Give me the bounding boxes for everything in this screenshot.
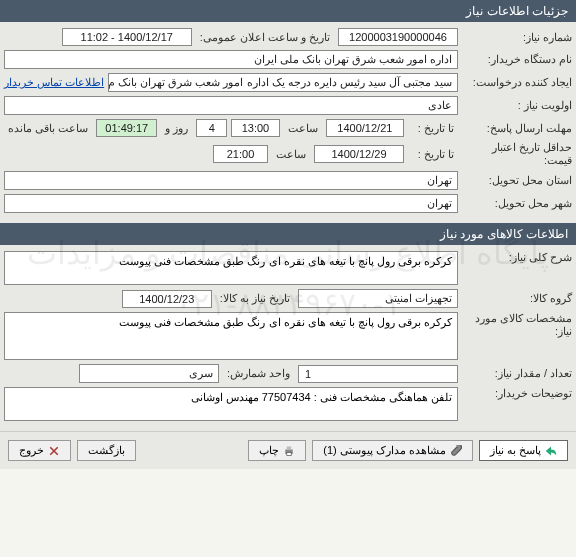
field-announce: 1400/12/17 - 11:02 bbox=[62, 28, 192, 46]
field-valid-date: 1400/12/29 bbox=[314, 145, 404, 163]
back-button[interactable]: بازگشت bbox=[77, 440, 136, 461]
label-need-number: شماره نیاز: bbox=[462, 31, 572, 44]
attachment-icon bbox=[450, 445, 462, 457]
field-deadline-time1: 13:00 bbox=[231, 119, 280, 137]
field-desc: کرکره برقی رول پانچ با تیغه های نقره ای … bbox=[4, 251, 458, 285]
field-deadline-date1: 1400/12/21 bbox=[326, 119, 404, 137]
button-bar: پاسخ به نیاز مشاهده مدارک پیوستی (1) چاپ… bbox=[0, 431, 576, 469]
label-group: گروه کالا: bbox=[462, 292, 572, 305]
reply-button[interactable]: پاسخ به نیاز bbox=[479, 440, 568, 461]
field-org: اداره امور شعب شرق تهران بانک ملی ایران bbox=[4, 50, 458, 69]
svg-rect-2 bbox=[287, 452, 292, 455]
label-valid: حداقل تاریخ اعتبار قیمت: bbox=[462, 141, 572, 167]
field-group: تجهیزات امنیتی bbox=[298, 289, 458, 308]
attachments-button-label: مشاهده مدارک پیوستی (1) bbox=[323, 444, 446, 457]
exit-button[interactable]: خروج bbox=[8, 440, 71, 461]
field-buyer-notes: تلفن هماهنگی مشخصات فنی : 77507434 مهندس… bbox=[4, 387, 458, 421]
field-qty: 1 bbox=[298, 365, 458, 383]
label-desc: شرح کلی نیاز: bbox=[462, 251, 572, 264]
field-priority: عادی bbox=[4, 96, 458, 115]
field-days: 4 bbox=[196, 119, 227, 137]
print-icon bbox=[283, 445, 295, 457]
form-items: شرح کلی نیاز: کرکره برقی رول پانچ با تیغ… bbox=[0, 245, 576, 431]
field-province: تهران bbox=[4, 171, 458, 190]
label-org: نام دستگاه خریدار: bbox=[462, 53, 572, 66]
label-city: شهر محل تحویل: bbox=[462, 197, 572, 210]
label-to-date-2: تا تاریخ : bbox=[408, 148, 458, 161]
label-time-2: ساعت bbox=[272, 148, 310, 161]
back-button-label: بازگشت bbox=[88, 444, 125, 457]
label-buyer-notes: توضیحات خریدار: bbox=[462, 387, 572, 400]
section-header-items: اطلاعات کالاهای مورد نیاز bbox=[0, 223, 576, 245]
print-button-label: چاپ bbox=[259, 444, 279, 457]
label-announce: تاریخ و ساعت اعلان عمومی: bbox=[196, 31, 334, 44]
field-need-number: 1200003190000046 bbox=[338, 28, 458, 46]
attachments-button[interactable]: مشاهده مدارک پیوستی (1) bbox=[312, 440, 473, 461]
label-spec: مشخصات کالای مورد نیاز: bbox=[462, 312, 572, 338]
label-to-date-1: تا تاریخ : bbox=[408, 122, 458, 135]
label-reply-deadline: مهلت ارسال پاسخ: bbox=[462, 122, 572, 135]
link-buyer-contact[interactable]: اطلاعات تماس خریدار bbox=[4, 76, 104, 89]
label-unit: واحد شمارش: bbox=[223, 367, 294, 380]
exit-button-label: خروج bbox=[19, 444, 44, 457]
label-qty: تعداد / مقدار نیاز: bbox=[462, 367, 572, 380]
reply-icon bbox=[545, 445, 557, 457]
svg-rect-1 bbox=[287, 446, 292, 449]
section-header-info: جزئیات اطلاعات نیاز bbox=[0, 0, 576, 22]
exit-icon bbox=[48, 445, 60, 457]
form-info: شماره نیاز: 1200003190000046 تاریخ و ساع… bbox=[0, 22, 576, 223]
reply-button-label: پاسخ به نیاز bbox=[490, 444, 541, 457]
label-time-1: ساعت bbox=[284, 122, 322, 135]
label-need-date: تاریخ نیاز به کالا: bbox=[216, 292, 294, 305]
field-unit: سری bbox=[79, 364, 219, 383]
print-button[interactable]: چاپ bbox=[248, 440, 306, 461]
field-need-date: 1400/12/23 bbox=[122, 290, 212, 308]
field-creator: سید مجتبی آل سید رئیس دایره درجه یک ادار… bbox=[108, 73, 458, 92]
label-creator: ایجاد کننده درخواست: bbox=[462, 76, 572, 89]
field-spec: کرکره برقی رول پانچ با تیغه های نقره ای … bbox=[4, 312, 458, 360]
field-valid-time: 21:00 bbox=[213, 145, 268, 163]
field-city: تهران bbox=[4, 194, 458, 213]
label-remain: ساعت باقی مانده bbox=[4, 122, 92, 135]
label-province: استان محل تحویل: bbox=[462, 174, 572, 187]
label-days: روز و bbox=[161, 122, 192, 135]
field-timer: 01:49:17 bbox=[96, 119, 157, 137]
label-priority: اولویت نیاز : bbox=[462, 99, 572, 112]
